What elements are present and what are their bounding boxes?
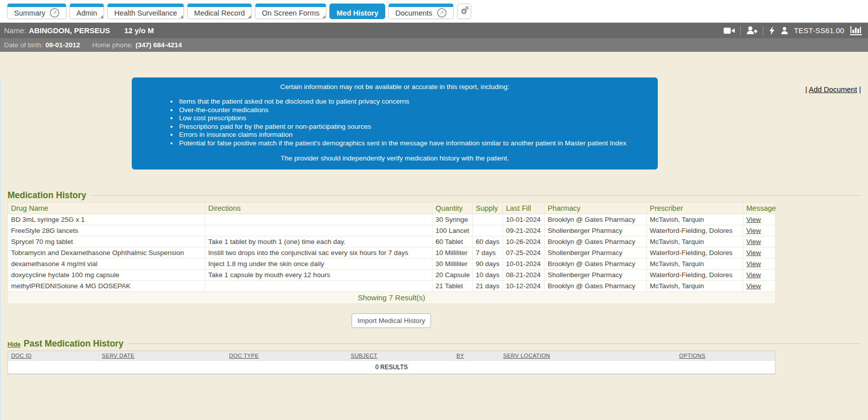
cell-last-fill: 09-21-2024	[503, 225, 545, 236]
cell-directions	[205, 214, 432, 225]
tab-label: Documents	[395, 9, 432, 17]
name-label: Name:	[4, 26, 26, 35]
view-message-link[interactable]: View	[746, 282, 761, 290]
cell-directions	[205, 281, 432, 292]
cell-quantity: 100 Lancet	[432, 225, 473, 236]
view-message-link[interactable]: View	[746, 227, 761, 234]
cell-last-fill: 10-12-2024	[503, 281, 545, 292]
sort-header-label: DOC TYPE	[229, 353, 259, 359]
tab-medical-record[interactable]: Medical Record	[187, 4, 252, 19]
cell-quantity: 60 Tablet	[432, 236, 473, 247]
hide-link[interactable]: Hide	[8, 341, 21, 349]
notice-bullet: Items that the patient asked not be disc…	[178, 98, 648, 106]
divider	[763, 26, 763, 35]
tab-label: Medical Record	[194, 9, 245, 17]
tab-admin[interactable]: Admin	[69, 4, 104, 19]
cell-drug: Tobramycin and Dexamethasone Ophthalmic …	[8, 247, 205, 259]
cell-pharmacy: Brooklyn @ Gates Pharmacy	[545, 281, 647, 292]
add-document-line: | Add Document |	[805, 86, 861, 94]
sort-header-label: SERV LOCATION	[503, 353, 550, 359]
bar-chart-icon[interactable]	[850, 26, 862, 35]
cell-quantity: 30 Syringe	[432, 214, 473, 225]
cell-message: View	[743, 270, 775, 281]
import-medical-history-button[interactable]: Import Medical History	[352, 313, 431, 328]
past-medication-history-table: DOC IDSERV DATEDOC TYPESUBJECTBYSERV LOC…	[8, 351, 775, 374]
cell-last-fill: 08-21-2024	[503, 270, 545, 281]
view-message-link[interactable]: View	[746, 249, 761, 257]
cell-drug: methylPREDNISolone 4 MG DOSEPAK	[8, 281, 205, 292]
cell-directions	[205, 225, 432, 236]
notice-intro: Certain information may not be available…	[142, 83, 648, 91]
sort-header-by[interactable]: BY	[454, 351, 500, 361]
cell-message: View	[743, 214, 775, 225]
cell-quantity: 30 Milliliter	[432, 259, 473, 270]
view-message-link[interactable]: View	[746, 216, 761, 223]
notice-bullet: Low cost prescriptions	[178, 114, 648, 123]
medication-row: BD 3mL syringe 25G x 130 Syringe10-01-20…	[8, 214, 775, 225]
view-message-link[interactable]: View	[746, 271, 761, 279]
tab-label: Summary	[14, 9, 45, 17]
cell-directions: Inject 1.8 mg under the skin once daily	[205, 259, 432, 270]
cell-pharmacy: Shollenberger Pharmacy	[545, 270, 647, 281]
sort-header-serv-location[interactable]: SERV LOCATION	[500, 351, 676, 361]
notice-bullet: Potential for false positive match if th…	[178, 139, 648, 148]
past-medication-history-heading: Hide Past Medication History	[8, 339, 868, 349]
open-in-new-window-icon[interactable]	[50, 8, 59, 18]
cell-pharmacy: Brooklyn @ Gates Pharmacy	[545, 214, 647, 225]
add-document-link[interactable]: Add Document	[809, 86, 857, 94]
home-phone-value: (347) 684-4214	[135, 41, 182, 49]
lightning-icon[interactable]	[769, 26, 775, 35]
column-header-last-fill: Last Fill	[503, 203, 545, 214]
add-person-icon[interactable]	[746, 26, 757, 35]
medication-history-title: Medication History	[8, 190, 86, 201]
view-message-link[interactable]: View	[746, 238, 761, 245]
cell-last-fill: 10-01-2024	[503, 214, 545, 225]
notice-bullet: Over-the-counter medications	[178, 106, 648, 115]
page-content: | Add Document | Certain information may…	[0, 77, 868, 420]
cell-prescriber: McTavish, Tarquin	[647, 259, 743, 270]
cell-pharmacy: Shollenberger Pharmacy	[545, 247, 647, 259]
view-message-link[interactable]: View	[746, 260, 761, 268]
tab-med-history[interactable]: Med History	[329, 4, 385, 19]
cell-pharmacy: Brooklyn @ Gates Pharmacy	[545, 259, 647, 270]
column-header-prescriber: Prescriber	[647, 203, 743, 214]
cell-prescriber: McTavish, Tarquin	[647, 214, 743, 225]
divider	[740, 26, 741, 35]
sort-header-serv-date[interactable]: SERV DATE	[99, 351, 226, 361]
sort-header-options[interactable]: OPTIONS	[676, 351, 775, 361]
medication-row: Tobramycin and Dexamethasone Ophthalmic …	[8, 247, 775, 259]
tab-summary[interactable]: Summary	[7, 4, 66, 19]
video-camera-icon[interactable]	[724, 27, 735, 35]
user-icon	[780, 27, 789, 35]
notice-bullet: Errors in insurance claims information	[178, 131, 648, 139]
cell-last-fill: 10-26-2024	[503, 236, 545, 247]
cell-quantity: 20 Capsule	[432, 270, 473, 281]
patient-banner-secondary: Date of birth: 09-01-2012 Home phone: (3…	[0, 38, 868, 52]
cell-message: View	[743, 236, 775, 247]
open-in-new-window-icon[interactable]	[437, 8, 447, 18]
import-button-row: Import Medical History	[8, 313, 775, 328]
station-id: TEST-SS61.00	[794, 27, 844, 35]
sort-header-label: SUBJECT	[351, 353, 378, 359]
gear-icon-small	[465, 6, 469, 11]
tab-documents[interactable]: Documents	[388, 4, 453, 19]
cell-directions: Take 1 tablet by mouth 1 (one) time each…	[205, 236, 432, 247]
tab-on-screen-forms[interactable]: On Screen Forms	[255, 4, 326, 19]
patient-name: ABINGDON, PERSEUS	[29, 26, 110, 35]
sort-header-doc-type[interactable]: DOC TYPE	[226, 351, 348, 361]
cell-drug: doxycycline hyclate 100 mg capsule	[8, 270, 205, 281]
tab-label: On Screen Forms	[262, 9, 319, 17]
cell-supply: 21 days	[473, 281, 503, 292]
tab-health-surveillance[interactable]: Health Surveillance	[107, 4, 184, 19]
heading-rule	[128, 344, 861, 344]
settings-gears-button[interactable]	[457, 4, 471, 19]
cell-pharmacy: Brooklyn @ Gates Pharmacy	[545, 236, 647, 247]
notice-bullet: Prescriptions paid for by the patient or…	[178, 123, 648, 131]
column-header-message: Message	[743, 203, 775, 214]
sort-header-subject[interactable]: SUBJECT	[348, 351, 454, 361]
patient-banner-primary: Name: ABINGDON, PERSEUS 12 y/o M TEST-SS…	[0, 23, 868, 38]
medication-row: methylPREDNISolone 4 MG DOSEPAK21 Tablet…	[8, 281, 775, 292]
heading-rule	[92, 195, 861, 196]
sort-header-doc-id[interactable]: DOC ID	[8, 351, 99, 361]
cell-supply	[473, 225, 503, 236]
